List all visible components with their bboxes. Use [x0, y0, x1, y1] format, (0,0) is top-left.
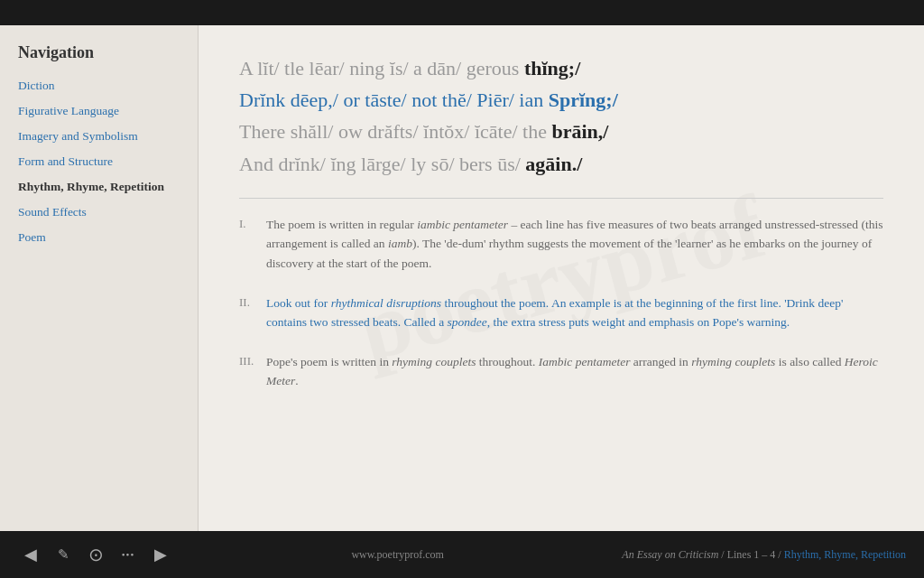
content-inner: A lĭt/ tle lēar/ ning ĭs/ a dān/ gerous … [239, 52, 883, 391]
annotation-1: I.The poem is written in regular iambic … [239, 215, 883, 274]
content-area: poetryprof A lĭt/ tle lēar/ ning ĭs/ a d… [199, 25, 924, 531]
pencil-button[interactable]: ✎ [51, 542, 76, 567]
sidebar-item-sound-effects[interactable]: Sound Effects [18, 205, 180, 219]
forward-button[interactable]: ▶ [148, 542, 173, 567]
annotation-3-text: Pope's poem is written in rhyming couple… [266, 352, 883, 391]
bottom-website: www.poetryprof.com [173, 548, 622, 562]
bottom-bar: ◀ ✎ ⊙ ••• ▶ www.poetryprof.com An Essay … [0, 531, 924, 578]
poem-line-line3: There shăll/ ow drăfts/ ĭntŏx/ ĭcāte/ th… [239, 116, 883, 147]
sidebar-item-poem[interactable]: Poem [18, 230, 180, 245]
sidebar-item-figurative-language[interactable]: Figurative Language [18, 104, 180, 118]
circle-button[interactable]: ⊙ [83, 542, 108, 567]
back-button[interactable]: ◀ [18, 542, 43, 567]
sidebar-item-rhythm-rhyme-repetition[interactable]: Rhythm, Rhyme, Repetition [18, 180, 180, 194]
annotation-2-text: Look out for rhythmical disruptions thro… [266, 294, 883, 332]
divider [239, 198, 883, 199]
poem-lines: A lĭt/ tle lēar/ ning ĭs/ a dān/ gerous … [239, 52, 883, 180]
sidebar-item-imagery-symbolism[interactable]: Imagery and Symbolism [18, 129, 180, 144]
sidebar: Navigation DictionFigurative LanguageIma… [0, 25, 199, 531]
bottom-controls: ◀ ✎ ⊙ ••• ▶ [18, 542, 173, 567]
sidebar-item-diction[interactable]: Diction [18, 79, 180, 93]
annotation-3: III.Pope's poem is written in rhyming co… [239, 352, 883, 391]
annotation-2: II.Look out for rhythmical disruptions t… [239, 294, 883, 332]
poem-line-line1: A lĭt/ tle lēar/ ning ĭs/ a dān/ gerous … [239, 52, 883, 84]
nav-items: DictionFigurative LanguageImagery and Sy… [18, 79, 180, 245]
sidebar-item-form-structure[interactable]: Form and Structure [18, 154, 180, 169]
annotation-1-num: I. [239, 215, 266, 231]
annotation-1-text: The poem is written in regular iambic pe… [266, 215, 883, 274]
poem-line-line2: Drĭnk dēep,/ or tāste/ not thĕ/ Piēr/ ia… [239, 84, 883, 116]
top-bar [0, 0, 924, 25]
bottom-breadcrumb: An Essay on Criticism / Lines 1 – 4 / Rh… [622, 548, 906, 562]
annotations: I.The poem is written in regular iambic … [239, 215, 883, 391]
annotation-2-num: II. [239, 294, 266, 310]
dots-button[interactable]: ••• [116, 542, 141, 567]
sidebar-title: Navigation [18, 43, 180, 62]
main-area: Navigation DictionFigurative LanguageIma… [0, 25, 924, 531]
poem-line-line4: And drĭnk/ ĭng lārge/ ly sō/ bers ūs/ ag… [239, 148, 883, 180]
annotation-3-num: III. [239, 352, 266, 368]
